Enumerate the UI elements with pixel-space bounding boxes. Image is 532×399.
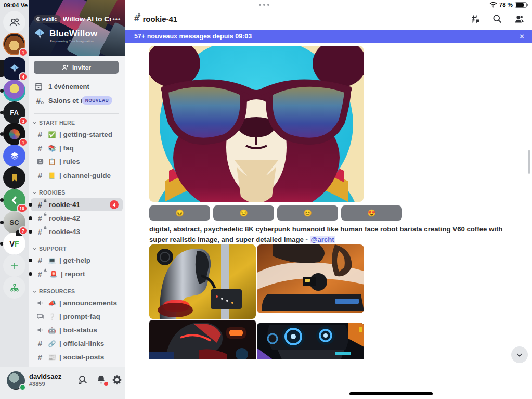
megaphone-icon xyxy=(34,326,46,334)
channel-getting-started[interactable]: # ✅ | getting-started xyxy=(31,128,123,141)
user-avatar[interactable] xyxy=(7,371,25,390)
robot-grid-image-3[interactable] xyxy=(149,320,256,362)
bluewillow-logo-icon xyxy=(33,27,46,41)
notifications-button[interactable] xyxy=(96,374,107,385)
chat-bubbles-icon xyxy=(34,313,46,320)
robot-grid-image-1[interactable] xyxy=(149,244,256,319)
unread-badge: 1 xyxy=(19,138,28,147)
discord-app: 09:04 Ve 1 4 FA xyxy=(0,0,532,399)
server-bookmark[interactable] xyxy=(3,166,25,189)
channel-rookie-42[interactable]: # rookie-42 xyxy=(31,212,123,225)
channel-prompt-faq[interactable]: ❔ | prompt-faq xyxy=(31,310,123,323)
channel-rules[interactable]: 📋 | rules xyxy=(31,155,123,168)
server-psychedelic[interactable] xyxy=(3,80,25,102)
section-rookies[interactable]: ROOKIES xyxy=(32,189,66,196)
main-area: 78 % # rookie-41 57+ nouveaux messages d… xyxy=(125,0,532,399)
reaction-emoji: 😍 xyxy=(367,209,375,217)
hub-button[interactable] xyxy=(3,276,25,299)
layers-icon xyxy=(3,145,25,167)
status-icons: 78 % xyxy=(489,2,527,8)
username: davidsaez xyxy=(29,372,61,380)
calendar-icon xyxy=(34,82,43,91)
threads-button[interactable] xyxy=(470,14,481,27)
settings-button[interactable] xyxy=(111,374,123,385)
wifi-icon xyxy=(489,2,497,8)
unread-dot xyxy=(29,272,32,276)
multitask-dots[interactable] xyxy=(259,4,269,6)
message-text: digital, abstract, psychedelic 8K cyberp… xyxy=(149,224,515,244)
globe-icon xyxy=(36,17,41,21)
hub-icon xyxy=(3,276,25,299)
public-badge: Public xyxy=(34,15,61,23)
hash-lock-icon: # xyxy=(34,228,46,236)
server-bluewillow[interactable]: 4 xyxy=(3,57,25,80)
channel-channel-guide[interactable]: # 📒 | channel-guide xyxy=(31,169,123,182)
battery-percent: 78 % xyxy=(499,2,513,8)
server-layers[interactable] xyxy=(3,145,25,167)
channel-report[interactable]: # 🚨 | report xyxy=(31,267,123,280)
robot-grid-image-4[interactable] xyxy=(257,323,364,362)
channel-bot-status[interactable]: 🤖 | bot-status xyxy=(31,324,123,337)
channel-sidebar: Public Willow AI to Cre... ••• BlueWillo… xyxy=(29,0,125,367)
server-banner[interactable]: Public Willow AI to Cre... ••• BlueWillo… xyxy=(29,0,125,56)
section-resources[interactable]: RESOURCES xyxy=(32,288,75,294)
server-avatar xyxy=(3,80,25,102)
hash-lock-icon: # xyxy=(34,214,46,223)
friends-button[interactable] xyxy=(3,11,25,33)
channel-rookie-43[interactable]: # rookie-43 xyxy=(31,225,123,238)
channel-rookie-41[interactable]: # rookie-41 4 xyxy=(31,198,123,211)
person-add-icon xyxy=(61,63,69,71)
user-panel: davidsaez #3859 xyxy=(0,367,125,399)
chevron-down-icon xyxy=(515,351,524,359)
search-members-button[interactable] xyxy=(77,374,88,385)
channel-get-help[interactable]: # 💻 | get-help xyxy=(31,254,123,267)
server-chevron[interactable]: 10 xyxy=(3,189,25,211)
robot-grid-image-2[interactable] xyxy=(257,244,364,313)
unread-dot xyxy=(0,132,4,136)
chevron-down-icon xyxy=(32,121,37,125)
hash-icon: # xyxy=(34,256,46,265)
chevron-down-icon xyxy=(32,190,37,195)
new-messages-banner[interactable]: 57+ nouveaux messages depuis 09:03 ✕ xyxy=(125,30,532,43)
selected-server-pill xyxy=(0,60,4,77)
plus-icon xyxy=(3,254,25,277)
gear-icon xyxy=(111,374,123,385)
server-fa[interactable]: FA 3 xyxy=(3,101,25,124)
reaction-button-4[interactable]: 😍 xyxy=(341,205,402,221)
server-menu-icon[interactable]: ••• xyxy=(113,16,121,23)
search-button[interactable] xyxy=(492,14,502,27)
channels-roles-row[interactable]: # Salons et rôles NOUVEAU xyxy=(34,95,119,106)
section-support[interactable]: SUPPORT xyxy=(32,246,67,252)
hash-icon: # xyxy=(34,144,46,152)
members-button[interactable] xyxy=(514,14,525,27)
scroll-to-bottom-button[interactable] xyxy=(511,346,528,363)
server-vf[interactable]: VF xyxy=(3,233,25,255)
server-sc[interactable]: SC 7 xyxy=(3,211,25,234)
add-server-button[interactable] xyxy=(3,254,25,277)
channel-announcements[interactable]: 📣 | announcements xyxy=(31,297,123,310)
events-row[interactable]: 1 événement xyxy=(34,81,89,92)
scrollbar[interactable] xyxy=(528,150,530,174)
unread-badge: 4 xyxy=(19,72,28,81)
dm-avatar[interactable]: 1 xyxy=(3,33,25,55)
channel-faq[interactable]: # 📚 | faq xyxy=(31,141,123,155)
unread-dot xyxy=(0,111,4,114)
unread-badge: 10 xyxy=(17,204,28,213)
server-apple-art[interactable]: 1 xyxy=(3,123,25,145)
invite-button[interactable]: Inviter xyxy=(34,61,119,74)
bookmark-icon xyxy=(3,166,25,189)
discriminator: #3859 xyxy=(29,381,45,387)
reaction-button-2[interactable]: 😒 xyxy=(213,205,274,221)
channel-official-links[interactable]: # 🔗 | official-links xyxy=(31,337,123,350)
section-start-here[interactable]: START HERE xyxy=(32,120,75,126)
server-name: Willow AI to Cre... xyxy=(63,15,111,23)
reaction-button-3[interactable]: 😊 xyxy=(277,205,338,221)
unread-badge: 3 xyxy=(19,117,28,125)
panda-image[interactable] xyxy=(149,46,364,202)
close-icon[interactable]: ✕ xyxy=(519,33,525,41)
mention-archt[interactable]: @archt xyxy=(310,236,335,243)
reaction-button-1[interactable]: 😖 xyxy=(149,205,210,221)
online-status-dot xyxy=(19,384,26,391)
channel-social-posts[interactable]: # 📰 | social-posts xyxy=(31,351,123,364)
home-indicator[interactable] xyxy=(349,392,433,395)
